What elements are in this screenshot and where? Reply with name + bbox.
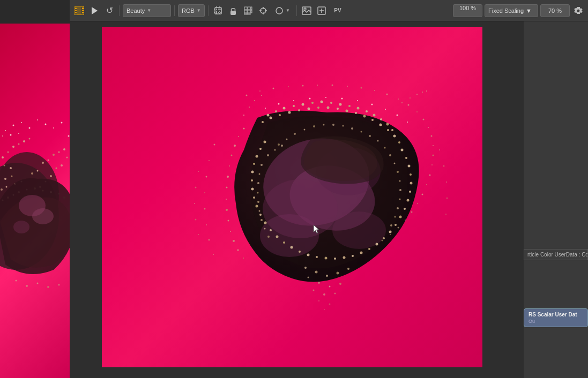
image-icon[interactable] xyxy=(300,4,313,17)
svg-point-222 xyxy=(278,103,280,105)
svg-point-225 xyxy=(325,97,326,98)
svg-rect-64 xyxy=(82,10,84,11)
svg-point-146 xyxy=(368,248,370,250)
svg-point-259 xyxy=(267,154,269,156)
right-panel: rticle Color UserData : Co RS Scalar Use… xyxy=(524,21,588,378)
settings-gear-icon[interactable] xyxy=(572,4,585,17)
svg-point-296 xyxy=(410,97,411,99)
svg-point-226 xyxy=(341,98,343,100)
grid-icon[interactable] xyxy=(242,4,255,17)
rgb-value: RGB xyxy=(182,7,195,14)
svg-point-290 xyxy=(445,214,446,215)
svg-point-192 xyxy=(246,95,248,96)
left-panel-thumbnail xyxy=(0,24,70,378)
svg-rect-68 xyxy=(215,7,221,14)
svg-point-6 xyxy=(10,167,12,169)
svg-point-126 xyxy=(355,112,357,114)
viewport xyxy=(70,21,524,378)
svg-point-11 xyxy=(11,176,13,177)
circle-dropdown[interactable]: ▼ xyxy=(272,4,293,17)
svg-point-57 xyxy=(47,286,49,288)
svg-point-161 xyxy=(256,205,258,208)
svg-point-293 xyxy=(254,100,255,101)
add-icon[interactable] xyxy=(315,4,328,17)
svg-point-98 xyxy=(260,214,319,257)
fixed-scaling-dropdown[interactable]: Fixed Scaling ▼ xyxy=(485,4,538,17)
svg-point-280 xyxy=(267,236,270,238)
crop-icon[interactable] xyxy=(212,4,225,17)
svg-point-49 xyxy=(18,133,19,134)
svg-point-221 xyxy=(265,108,266,109)
svg-point-277 xyxy=(259,210,260,212)
beauty-dropdown[interactable]: Beauty ▼ xyxy=(123,4,171,17)
svg-point-128 xyxy=(371,119,374,121)
svg-point-287 xyxy=(443,165,445,167)
svg-rect-81 xyxy=(248,13,250,14)
svg-point-291 xyxy=(243,115,244,116)
svg-point-178 xyxy=(226,209,228,211)
main-toolbar: ↺ Beauty ▼ RGB ▼ xyxy=(70,0,588,21)
svg-point-26 xyxy=(50,175,52,177)
svg-point-189 xyxy=(206,224,207,225)
svg-point-258 xyxy=(377,140,379,142)
svg-point-168 xyxy=(259,148,262,150)
svg-point-16 xyxy=(31,172,33,175)
pv-icon[interactable]: PV xyxy=(330,4,345,17)
svg-point-279 xyxy=(264,228,266,230)
svg-point-163 xyxy=(251,188,254,191)
svg-point-53 xyxy=(13,221,29,233)
svg-point-212 xyxy=(429,175,431,176)
svg-rect-66 xyxy=(77,7,81,14)
svg-point-183 xyxy=(243,258,244,259)
render-canvas[interactable] xyxy=(102,27,482,367)
svg-point-215 xyxy=(417,203,418,204)
svg-point-205 xyxy=(416,111,418,112)
percent-input[interactable]: 70 % xyxy=(540,4,570,17)
svg-point-217 xyxy=(405,220,406,221)
svg-point-176 xyxy=(226,187,228,188)
svg-point-195 xyxy=(288,86,289,87)
svg-point-270 xyxy=(395,216,396,218)
svg-point-211 xyxy=(431,164,433,165)
svg-point-246 xyxy=(324,309,325,310)
svg-point-54 xyxy=(16,280,17,282)
svg-marker-67 xyxy=(92,7,98,14)
svg-point-7 xyxy=(18,143,20,145)
svg-point-121 xyxy=(308,108,310,110)
svg-point-100 xyxy=(267,114,270,117)
svg-point-2 xyxy=(2,156,4,158)
svg-point-8 xyxy=(23,140,25,142)
svg-point-179 xyxy=(228,220,229,222)
zoom-input[interactable]: 100 % xyxy=(453,4,482,17)
svg-point-173 xyxy=(231,155,233,156)
rs-scalar-node-box[interactable]: RS Scalar User Dat Ou xyxy=(524,308,588,327)
svg-point-120 xyxy=(298,109,300,111)
filmstrip-icon[interactable] xyxy=(73,4,86,17)
svg-point-106 xyxy=(321,101,323,103)
svg-point-56 xyxy=(37,283,39,284)
circle-arrow: ▼ xyxy=(286,8,290,13)
svg-point-164 xyxy=(251,179,253,182)
svg-point-167 xyxy=(256,155,258,158)
svg-point-227 xyxy=(357,100,358,101)
svg-point-298 xyxy=(422,92,423,93)
rs-scalar-node-container[interactable]: RS Scalar User Dat Ou xyxy=(524,308,588,327)
svg-point-286 xyxy=(439,149,440,150)
svg-point-237 xyxy=(308,277,309,278)
svg-point-55 xyxy=(26,285,28,287)
svg-point-18 xyxy=(42,162,44,164)
play-button[interactable] xyxy=(88,4,101,17)
svg-point-41 xyxy=(21,122,22,123)
svg-point-243 xyxy=(334,293,336,294)
svg-rect-77 xyxy=(244,10,247,13)
refresh-button[interactable]: ↺ xyxy=(103,4,116,17)
rgb-dropdown[interactable]: RGB ▼ xyxy=(178,4,205,17)
divider-1 xyxy=(119,5,120,16)
svg-point-220 xyxy=(382,240,383,241)
svg-point-153 xyxy=(307,254,310,256)
svg-point-197 xyxy=(317,85,318,86)
svg-point-233 xyxy=(315,271,318,274)
crosshair-icon[interactable] xyxy=(257,4,270,17)
lock-icon[interactable] xyxy=(227,4,240,17)
beauty-arrow: ▼ xyxy=(147,8,151,13)
